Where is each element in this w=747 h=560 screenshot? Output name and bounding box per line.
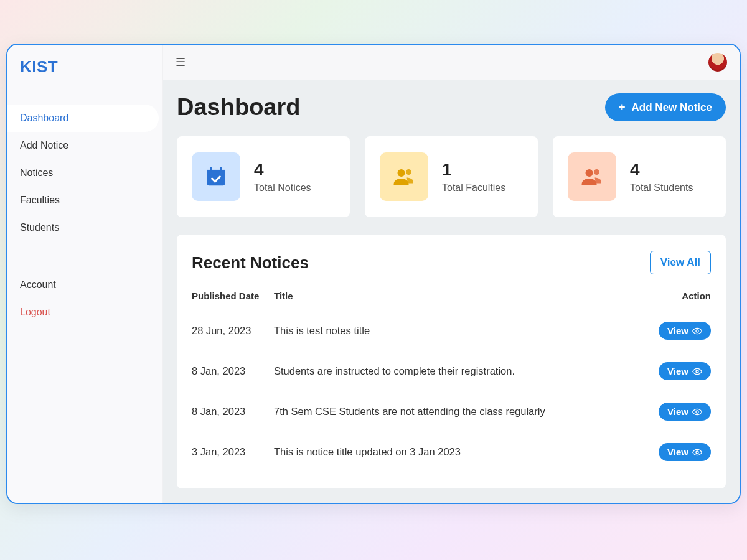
- calendar-check-icon: [192, 152, 240, 201]
- sidebar-item-account[interactable]: Account: [7, 271, 162, 299]
- stat-label: Total Faculties: [442, 182, 505, 194]
- cell-title: This is notice title updated on 3 Jan 20…: [274, 432, 641, 472]
- app-window: KIST DashboardAdd NoticeNoticesFaculties…: [6, 44, 741, 504]
- stat-value: 4: [254, 160, 311, 180]
- svg-point-9: [696, 370, 698, 373]
- eye-icon: [692, 326, 702, 336]
- view-label: View: [667, 447, 688, 457]
- add-new-notice-button[interactable]: + Add New Notice: [605, 93, 726, 121]
- brand-logo: KIST: [7, 57, 162, 105]
- eye-icon: [692, 366, 702, 376]
- topbar: ☰: [163, 45, 740, 80]
- svg-point-7: [594, 169, 599, 175]
- sidebar-item-add-notice[interactable]: Add Notice: [7, 132, 162, 159]
- panel-header: Recent Notices View All: [192, 251, 711, 274]
- cell-title: 7th Sem CSE Students are not attending t…: [274, 391, 641, 432]
- nav-list: DashboardAdd NoticeNoticesFacultiesStude…: [7, 105, 162, 241]
- svg-rect-3: [220, 167, 222, 172]
- sidebar-item-dashboard[interactable]: Dashboard: [7, 105, 159, 132]
- stat-card: 1Total Faculties: [365, 136, 538, 217]
- view-label: View: [667, 366, 688, 376]
- svg-point-11: [696, 451, 698, 454]
- notices-table: Published Date Title Action 28 Jun, 2023…: [192, 286, 711, 472]
- view-button[interactable]: View: [659, 403, 711, 421]
- svg-point-10: [696, 411, 698, 413]
- table-row: 8 Jan, 20237th Sem CSE Students are not …: [192, 391, 711, 432]
- cell-action: View: [641, 310, 711, 352]
- table-row: 8 Jan, 2023Students are instructed to co…: [192, 351, 711, 391]
- col-title: Title: [274, 286, 641, 310]
- page-header: Dashboard + Add New Notice: [177, 93, 726, 121]
- main-area: ☰ Dashboard + Add New Notice 4Total Noti…: [163, 45, 740, 503]
- stat-value: 4: [630, 160, 693, 180]
- view-all-button[interactable]: View All: [650, 251, 711, 274]
- cell-published-date: 28 Jun, 2023: [192, 310, 274, 352]
- cell-published-date: 8 Jan, 2023: [192, 391, 274, 432]
- view-label: View: [667, 325, 688, 336]
- avatar[interactable]: [708, 53, 727, 72]
- cell-title: Students are instructed to complete thei…: [274, 351, 641, 391]
- sidebar-item-notices[interactable]: Notices: [7, 159, 162, 187]
- cell-action: View: [641, 432, 711, 472]
- stat-card: 4Total Students: [553, 136, 726, 217]
- table-row: 28 Jun, 2023This is test notes titleView: [192, 310, 711, 352]
- sidebar-item-logout[interactable]: Logout: [7, 299, 162, 326]
- sidebar-item-faculties[interactable]: Faculties: [7, 187, 162, 214]
- users-icon: [568, 152, 616, 201]
- stat-label: Total Students: [630, 182, 693, 194]
- stat-card: 4Total Notices: [177, 136, 350, 217]
- svg-point-5: [406, 169, 411, 175]
- users-icon: [380, 152, 428, 201]
- view-label: View: [667, 406, 688, 417]
- svg-point-8: [696, 330, 698, 332]
- stat-label: Total Notices: [254, 182, 311, 194]
- svg-point-6: [586, 169, 593, 177]
- panel-title: Recent Notices: [192, 253, 309, 273]
- page-title: Dashboard: [177, 94, 300, 121]
- plus-icon: +: [619, 101, 626, 114]
- cell-action: View: [641, 391, 711, 432]
- eye-icon: [692, 407, 702, 417]
- svg-rect-1: [207, 170, 225, 175]
- view-button[interactable]: View: [659, 443, 711, 461]
- content: Dashboard + Add New Notice 4Total Notice…: [163, 80, 740, 503]
- col-action: Action: [641, 286, 711, 310]
- cell-published-date: 3 Jan, 2023: [192, 432, 274, 472]
- table-row: 3 Jan, 2023This is notice title updated …: [192, 432, 711, 472]
- view-button[interactable]: View: [659, 362, 711, 380]
- cell-published-date: 8 Jan, 2023: [192, 351, 274, 391]
- cell-title: This is test notes title: [274, 310, 641, 352]
- stats-row: 4Total Notices1Total Faculties4Total Stu…: [177, 136, 726, 217]
- eye-icon: [692, 447, 702, 457]
- recent-notices-panel: Recent Notices View All Published Date T…: [177, 235, 726, 488]
- cell-action: View: [641, 351, 711, 391]
- stat-value: 1: [442, 160, 505, 180]
- sidebar: KIST DashboardAdd NoticeNoticesFaculties…: [7, 45, 163, 503]
- view-button[interactable]: View: [659, 322, 711, 340]
- svg-point-4: [398, 169, 405, 177]
- col-published-date: Published Date: [192, 286, 274, 310]
- sidebar-item-students[interactable]: Students: [7, 214, 162, 241]
- menu-toggle-icon[interactable]: ☰: [176, 55, 186, 69]
- svg-rect-2: [210, 167, 212, 172]
- add-new-notice-label: Add New Notice: [632, 101, 712, 114]
